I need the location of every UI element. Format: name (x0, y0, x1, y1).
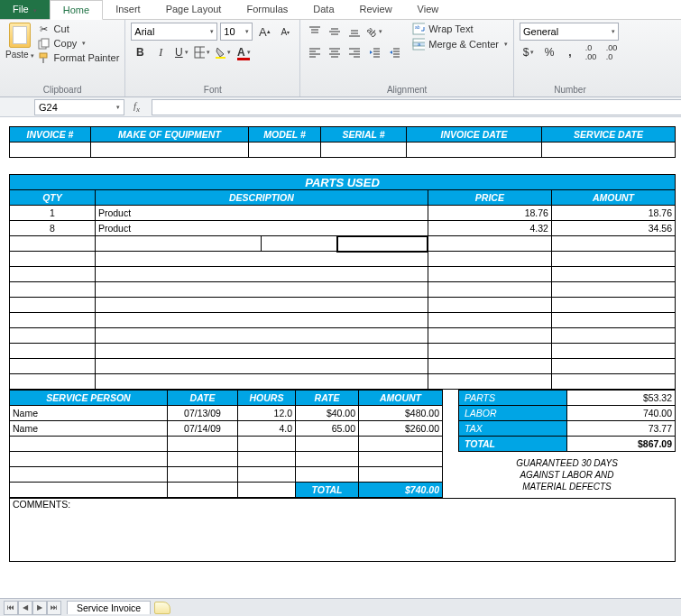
col-date: DATE (168, 391, 238, 406)
increase-indent-button[interactable] (385, 43, 403, 61)
copy-button[interactable]: Copy▾ (38, 37, 120, 50)
merge-center-button[interactable]: a Merge & Center▾ (412, 38, 508, 51)
svg-rect-7 (216, 57, 225, 59)
table-row[interactable] (10, 313, 676, 328)
comments-cell[interactable]: COMMENTS: (10, 499, 676, 562)
formula-input[interactable] (152, 99, 681, 115)
parts-table: PARTS USED QTY DESCRIPTION PRICE AMOUNT … (9, 174, 676, 390)
col-service-person: SERVICE PERSON (10, 391, 168, 406)
service-summary-table: SERVICE PERSON DATE HOURS RATE AMOUNT PA… (9, 390, 676, 498)
table-row[interactable]: 1 Product 18.76 18.76 (10, 206, 676, 221)
col-amount: AMOUNT (551, 190, 675, 206)
group-label-alignment: Alignment (306, 84, 508, 96)
invoice-data-row[interactable] (10, 143, 676, 158)
orientation-button[interactable]: ab▾ (365, 23, 383, 41)
table-row[interactable]: GUARANTEED 30 DAYSAGAINST LABOR ANDMATER… (10, 452, 676, 467)
col-desc: DESCRIPTION (95, 190, 428, 206)
font-size-select[interactable]: 10▾ (220, 23, 253, 41)
table-row[interactable] (10, 374, 676, 390)
table-row[interactable]: TOTAL $867.09 (10, 437, 676, 452)
table-row[interactable] (10, 236, 676, 252)
table-row[interactable] (10, 328, 676, 344)
summary-tax-value: 73.77 (567, 421, 676, 437)
table-row[interactable]: Name 07/13/09 12.0 $40.00 $480.00 LABOR … (10, 406, 676, 421)
number-format-select[interactable]: General▾ (520, 23, 619, 41)
col-invoice-date: INVOICE DATE (407, 127, 542, 143)
comma-format-button[interactable]: , (561, 43, 579, 61)
align-left-button[interactable] (306, 43, 324, 61)
col-service-date: SERVICE DATE (542, 127, 676, 143)
font-name-select[interactable]: Arial▾ (131, 23, 217, 41)
increase-decimal-button[interactable]: .0.00 (582, 43, 600, 61)
tab-review[interactable]: Review (347, 0, 405, 19)
tab-view[interactable]: View (405, 0, 452, 19)
col-svc-amount: AMOUNT (359, 391, 443, 406)
align-top-button[interactable] (306, 23, 324, 41)
table-row[interactable] (10, 282, 676, 298)
active-cell[interactable] (337, 236, 428, 252)
name-box[interactable]: G24▾ (34, 99, 124, 115)
table-row[interactable] (10, 252, 676, 267)
table-row[interactable]: Name 07/14/09 4.0 65.00 $260.00 TAX 73.7… (10, 421, 676, 437)
paste-button[interactable]: Paste▾ (5, 50, 34, 60)
cut-button[interactable]: ✂ Cut (38, 23, 120, 35)
col-rate: RATE (296, 391, 359, 406)
table-row[interactable] (10, 344, 676, 359)
tab-formulas[interactable]: Formulas (234, 0, 300, 19)
decrease-font-button[interactable]: A▾ (276, 23, 294, 41)
copy-icon (38, 37, 51, 50)
tab-page-layout[interactable]: Page Layout (153, 0, 235, 19)
fx-icon[interactable]: fx (133, 100, 146, 114)
table-row[interactable]: 8 Product 4.32 34.56 (10, 221, 676, 236)
svg-rect-3 (42, 58, 44, 63)
summary-parts-label: PARTS (459, 391, 567, 406)
col-make: MAKE OF EQUIPMENT (91, 127, 249, 143)
fill-color-button[interactable]: ▾ (214, 43, 232, 61)
align-middle-button[interactable] (326, 23, 344, 41)
align-bottom-button[interactable] (345, 23, 364, 41)
wrap-text-button[interactable]: ab Wrap Text (412, 23, 508, 35)
table-row[interactable] (10, 298, 676, 313)
svg-rect-1 (41, 39, 49, 47)
ribbon-tabs: File ▾ Home Insert Page Layout Formulas … (0, 0, 681, 20)
percent-format-button[interactable]: % (540, 43, 558, 61)
group-label-font: Font (131, 84, 294, 96)
tab-insert[interactable]: Insert (103, 0, 153, 19)
decrease-indent-button[interactable] (365, 43, 383, 61)
ribbon: Paste▾ ✂ Cut Copy▾ Format Painter Clipbo… (0, 20, 681, 97)
worksheet[interactable]: INVOICE # MAKE OF EQUIPMENT MODEL # SERI… (0, 117, 681, 562)
increase-font-button[interactable]: A▴ (255, 23, 273, 41)
col-serial: SERIAL # (321, 127, 407, 143)
font-color-button[interactable]: A▾ (235, 43, 253, 61)
align-center-button[interactable] (326, 43, 344, 61)
paste-icon[interactable] (9, 23, 31, 48)
tab-data[interactable]: Data (300, 0, 346, 19)
group-number: General▾ $▾ % , .0.00 .00.0 Number (514, 20, 626, 97)
italic-button[interactable]: I (152, 43, 170, 61)
tab-file[interactable]: File ▾ (0, 0, 50, 19)
underline-button[interactable]: U▾ (172, 43, 190, 61)
table-row[interactable] (10, 359, 676, 374)
merge-icon: a (412, 38, 425, 51)
col-invoice-no: INVOICE # (10, 127, 91, 143)
format-painter-button[interactable]: Format Painter (38, 51, 120, 64)
decrease-decimal-button[interactable]: .00.0 (603, 43, 621, 61)
svg-text:ab: ab (415, 24, 420, 30)
col-qty: QTY (10, 190, 96, 206)
bold-button[interactable]: B (131, 43, 149, 61)
summary-total-label: TOTAL (459, 437, 567, 452)
summary-total-value: $867.09 (567, 437, 676, 452)
group-font: Arial▾ 10▾ A▴ A▾ B I U▾ ▾ ▾ A▾ Font (125, 20, 300, 97)
table-row[interactable] (10, 267, 676, 282)
summary-parts-value: $53.32 (567, 391, 676, 406)
invoice-header-table: INVOICE # MAKE OF EQUIPMENT MODEL # SERI… (9, 126, 676, 158)
tab-home[interactable]: Home (50, 0, 103, 20)
svg-rect-8 (237, 58, 250, 60)
align-right-button[interactable] (345, 43, 364, 61)
group-alignment: ab▾ ab Wrap Text a Merge & Center▾ (300, 20, 514, 97)
borders-button[interactable]: ▾ (193, 43, 211, 61)
col-price: PRICE (428, 190, 551, 206)
accounting-format-button[interactable]: $▾ (520, 43, 538, 61)
group-label-number: Number (520, 84, 621, 96)
scissors-icon: ✂ (38, 23, 51, 35)
